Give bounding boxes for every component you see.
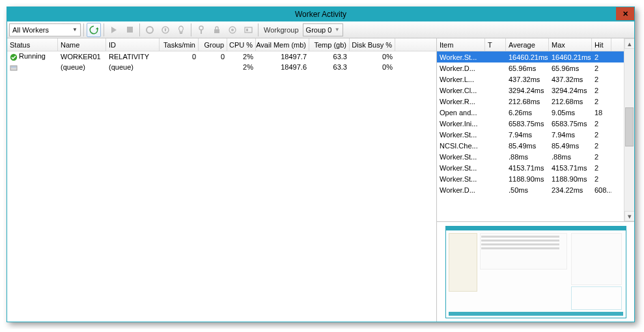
table-row[interactable]: Worker.D....50ms234.22ms608... [437,184,624,195]
cell-temp: 63.3 [309,53,350,61]
refresh-button[interactable] [87,23,101,37]
cell-hit: 2 [592,120,611,128]
metrics-scrollbar[interactable]: ▴ ▾ [624,38,634,221]
chevron-down-icon: ▼ [72,27,77,33]
table-row[interactable]: Worker.L...437.32ms437.32ms2 [437,74,624,85]
metrics-grid-body: Worker.St...16460.21ms16460.21ms2Worker.… [437,51,624,221]
cell-max: 85.49ms [549,142,592,150]
cell-item: Worker.St... [437,53,485,61]
tool-button[interactable] [241,23,255,37]
table-row[interactable]: Open and...6.26ms9.05ms18 [437,107,624,118]
workgroup-dropdown[interactable]: Group 0 ▼ [303,23,343,36]
separator [258,23,259,36]
col-average[interactable]: Average [506,38,549,51]
cell-tasks: 0 [160,53,199,61]
table-row[interactable]: Worker.St...1188.90ms1188.90ms2 [437,173,624,184]
upload-icon [161,26,169,34]
cell-average: 6583.75ms [506,120,549,128]
col-tasks[interactable]: Tasks/min [160,38,199,51]
table-row[interactable]: Worker.R...212.68ms212.68ms2 [437,96,624,107]
svg-rect-13 [11,66,16,68]
key-button[interactable] [194,23,208,37]
cell-cpu: 2% [227,63,256,71]
table-row[interactable]: Worker.Cl...3294.24ms3294.24ms2 [437,85,624,96]
cell-max: 4153.71ms [549,164,592,172]
cell-average: 1188.90ms [506,175,549,183]
worker-filter-dropdown[interactable]: All Workers ▼ [9,23,81,36]
cell-mem: 18497.7 [256,53,309,61]
table-row[interactable]: (queue)(queue)2%18497.663.30% [7,62,436,72]
table-row[interactable]: NCSI.Che...85.49ms85.49ms2 [437,140,624,151]
running-icon [10,53,18,61]
table-row[interactable]: Worker.St....88ms.88ms2 [437,151,624,162]
cell-average: 85.49ms [506,142,549,150]
cell-hit: 2 [592,175,611,183]
queue-icon [10,64,18,72]
record-button[interactable] [143,23,157,37]
col-disk[interactable]: Disk Busy % [350,38,395,51]
metrics-pane: Item T Average Max Hit Worker.St...16460… [437,38,634,322]
col-status[interactable]: Status [7,38,58,51]
cell-max: 65.96ms [549,64,592,72]
table-row[interactable]: Worker.St...16460.21ms16460.21ms2 [437,51,624,62]
cell-item: Worker.St... [437,131,485,139]
col-temp[interactable]: Temp (gb) [309,38,350,51]
scroll-down-icon[interactable]: ▾ [624,211,635,221]
col-cpu[interactable]: CPU % [227,38,256,51]
cell-hit: 2 [592,64,611,72]
cell-temp: 63.3 [309,63,350,71]
stop-button[interactable] [122,23,137,37]
scroll-up-icon[interactable]: ▴ [624,38,635,49]
table-row[interactable]: Worker.D...65.96ms65.96ms2 [437,62,624,74]
table-row[interactable]: Worker.Ini...6583.75ms6583.75ms2 [437,118,624,129]
cell-disk: 0% [350,63,395,71]
upload-button[interactable] [158,23,173,37]
col-id[interactable]: ID [106,38,160,51]
workers-grid-header: Status Name ID Tasks/min Group CPU % Ava… [7,38,436,51]
cell-average: .88ms [506,153,549,161]
cell-average: 7.94ms [506,131,549,139]
cell-status: Running [7,52,58,61]
lock-icon [213,25,221,34]
cell-item: Worker.Ini... [437,120,485,128]
cell-mem: 18497.6 [256,63,309,71]
col-max[interactable]: Max [549,38,592,51]
cell-max: 7.94ms [549,131,592,139]
svg-rect-0 [127,27,133,33]
cell-item: Worker.St... [437,164,485,172]
bulb-icon [177,25,185,35]
bulb-button[interactable] [174,23,188,37]
col-group[interactable]: Group [199,38,227,51]
table-row[interactable]: Worker.St...4153.71ms4153.71ms2 [437,162,624,173]
col-hit[interactable]: Hit [592,38,611,51]
workers-grid-body: RunningWORKER01RELATIVITY002%18497.763.3… [7,51,436,322]
svg-point-1 [147,27,153,33]
cell-disk: 0% [350,53,395,61]
svg-rect-10 [246,29,248,31]
cell-hit: 2 [592,142,611,150]
cell-average: .50ms [506,186,549,194]
play-button[interactable] [107,23,121,37]
lock-button[interactable] [210,23,224,37]
col-t[interactable]: T [485,38,506,51]
key-icon [197,25,205,35]
close-button[interactable]: ✕ [616,7,634,20]
cell-average: 212.68ms [506,98,549,105]
col-name[interactable]: Name [58,38,106,51]
cell-item: Worker.St... [437,153,485,161]
cell-group: 0 [199,53,227,61]
cell-max: 1188.90ms [549,175,592,183]
cell-hit: 2 [592,87,611,94]
cell-item: Worker.St... [437,175,485,183]
target-button[interactable] [225,23,240,37]
cell-average: 6.26ms [506,109,549,117]
cell-hit: 2 [592,164,611,172]
table-row[interactable]: Worker.St...7.94ms7.94ms2 [437,129,624,140]
scroll-thumb[interactable] [625,107,634,146]
col-mem[interactable]: Avail Mem (mb) [256,38,309,51]
preview-thumbnail[interactable] [445,226,626,318]
table-row[interactable]: RunningWORKER01RELATIVITY002%18497.763.3… [7,51,436,62]
col-item[interactable]: Item [437,38,485,51]
cell-max: 3294.24ms [549,87,592,94]
separator [139,23,140,36]
